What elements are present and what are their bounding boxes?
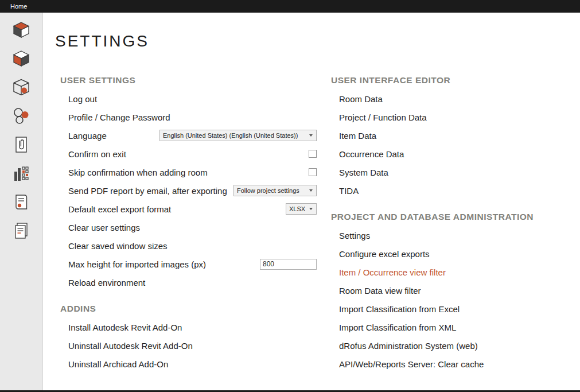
ui-editor-occurrence-data-item[interactable]: Occurrence Data (331, 145, 578, 163)
excel-export-format-row: Default excel export format XLSX (60, 200, 317, 218)
occurrences-icon[interactable] (10, 76, 33, 99)
install-revit-addon-item[interactable]: Install Autodesk Revit Add-On (60, 318, 317, 336)
language-select-value: English (United States) (English (United… (163, 132, 298, 139)
send-pdf-report-select[interactable]: Follow project settings (233, 185, 317, 196)
page-title: SETTINGS (55, 32, 580, 51)
user-settings-header: USER SETTINGS (60, 71, 317, 90)
ui-editor-item-data-item[interactable]: Item Data (331, 126, 578, 145)
chevron-down-icon (309, 208, 313, 210)
navigation-sidebar (0, 13, 43, 390)
confirm-on-exit-checkbox[interactable] (309, 150, 317, 158)
confirm-on-exit-label: Confirm on exit (68, 149, 126, 159)
skip-confirmation-checkbox[interactable] (309, 168, 317, 176)
settings-columns: USER SETTINGS Log out Profile / Change P… (49, 71, 580, 373)
admin-header: PROJECT AND DATABASE ADMINISTRATION (331, 208, 578, 226)
ui-editor-project-function-data-item[interactable]: Project / Function Data (331, 108, 578, 126)
documents-icon[interactable] (10, 219, 33, 242)
excel-export-format-select-value: XLSX (289, 205, 305, 212)
send-pdf-report-row: Send PDF report by email, after exportin… (60, 181, 317, 200)
settings-page: SETTINGS USER SETTINGS Log out Profile /… (44, 13, 580, 390)
drofus-admin-system-item[interactable]: dRofus Administration System (web) (331, 336, 578, 355)
item-occurrence-view-filter-item[interactable]: Item / Occurrence view filter (331, 263, 578, 281)
ui-editor-room-data-item[interactable]: Room Data (331, 90, 578, 108)
max-image-height-input[interactable] (260, 259, 317, 270)
language-row: Language English (United States) (Englis… (60, 126, 317, 145)
chevron-down-icon (309, 189, 313, 192)
home-menu[interactable]: Home (10, 3, 27, 10)
top-menu-bar: Home (0, 0, 580, 13)
building-data-icon[interactable] (10, 162, 33, 185)
profile-change-password-item[interactable]: Profile / Change Password (60, 108, 317, 126)
max-image-height-label: Max height for imported images (px) (68, 259, 206, 269)
systems-icon[interactable] (10, 104, 33, 127)
clear-cache-item[interactable]: API/Web/Reports Server: Clear cache (331, 355, 578, 373)
uninstall-archicad-addon-item[interactable]: Uninstall Archicad Add-On (60, 355, 317, 373)
language-label: Language (68, 131, 107, 141)
skip-confirmation-label: Skip confirmation when adding room (68, 168, 208, 177)
ui-editor-tida-item[interactable]: TIDA (331, 181, 578, 200)
items-icon[interactable] (10, 47, 33, 70)
addins-header: ADDINS (60, 300, 317, 318)
max-image-height-row: Max height for imported images (px) (60, 255, 317, 273)
clear-saved-window-sizes-item[interactable]: Clear saved window sizes (60, 236, 317, 255)
reports-icon[interactable] (10, 191, 33, 214)
uninstall-revit-addon-item[interactable]: Uninstall Autodesk Revit Add-On (60, 336, 317, 355)
ui-editor-system-data-item[interactable]: System Data (331, 163, 578, 181)
confirm-on-exit-row: Confirm on exit (60, 145, 317, 163)
left-column: USER SETTINGS Log out Profile / Change P… (60, 71, 317, 373)
admin-settings-item[interactable]: Settings (331, 226, 578, 244)
chevron-down-icon (309, 134, 313, 137)
send-pdf-report-select-value: Follow project settings (237, 187, 299, 194)
excel-export-format-select[interactable]: XLSX (286, 203, 317, 215)
attachments-icon[interactable] (10, 133, 33, 156)
rooms-icon[interactable] (10, 18, 33, 41)
import-classification-xml-item[interactable]: Import Classification from XML (331, 318, 578, 336)
language-select[interactable]: English (United States) (English (United… (159, 130, 317, 141)
send-pdf-report-label: Send PDF report by email, after exportin… (68, 186, 227, 196)
right-column: USER INTERFACE EDITOR Room Data Project … (331, 71, 578, 373)
clear-user-settings-item[interactable]: Clear user settings (60, 218, 317, 236)
reload-environment-item[interactable]: Reload environment (60, 273, 317, 292)
excel-export-format-label: Default excel export format (68, 204, 171, 214)
skip-confirmation-row: Skip confirmation when adding room (60, 163, 317, 181)
log-out-item[interactable]: Log out (60, 90, 317, 108)
room-data-view-filter-item[interactable]: Room Data view filter (331, 281, 578, 300)
configure-excel-exports-item[interactable]: Configure excel exports (331, 244, 578, 263)
ui-editor-header: USER INTERFACE EDITOR (331, 71, 578, 90)
import-classification-excel-item[interactable]: Import Classification from Excel (331, 300, 578, 318)
